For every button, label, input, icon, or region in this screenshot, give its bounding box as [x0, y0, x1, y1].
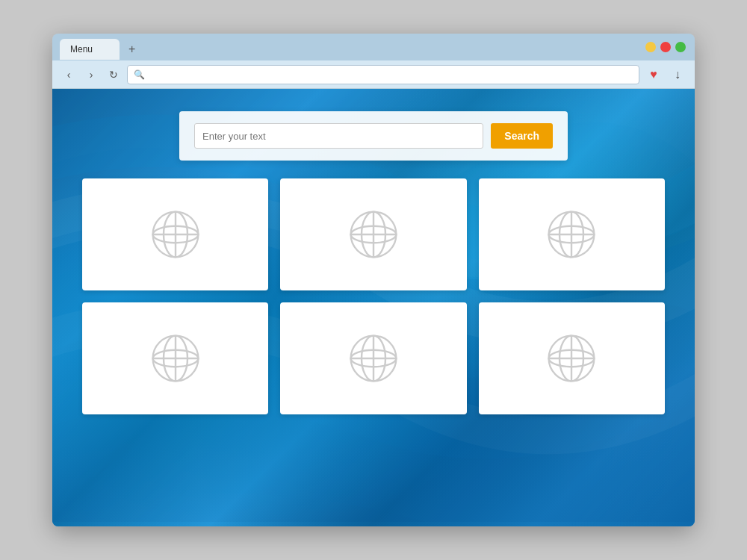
tiles-grid: [82, 178, 665, 414]
globe-icon-3: [542, 205, 601, 264]
globe-icon-5: [344, 329, 403, 388]
tile-4[interactable]: [82, 302, 268, 414]
window-controls: [645, 42, 686, 52]
tile-2[interactable]: [280, 178, 466, 290]
address-bar[interactable]: 🔍: [127, 65, 639, 84]
close-dot[interactable]: [660, 42, 671, 52]
search-input[interactable]: [194, 123, 483, 149]
content-overlay: Search: [52, 89, 695, 526]
address-search-icon: 🔍: [134, 69, 145, 80]
minimize-dot[interactable]: [645, 42, 656, 52]
nav-bar: ‹ › ↻ 🔍 ♥ ↓: [52, 60, 695, 89]
tab-bar: Menu +: [52, 34, 695, 60]
tile-1[interactable]: [82, 178, 268, 290]
globe-icon-1: [146, 205, 205, 264]
new-tab-button[interactable]: +: [123, 42, 141, 57]
browser-content: Search: [52, 89, 695, 526]
address-input[interactable]: [149, 69, 633, 80]
forward-button[interactable]: ›: [82, 66, 100, 84]
browser-window: Menu + ‹ › ↻ 🔍 ♥ ↓: [52, 34, 695, 526]
tab-label: Menu: [70, 44, 93, 55]
search-button[interactable]: Search: [491, 123, 553, 149]
nav-icons-right: ♥ ↓: [644, 65, 687, 84]
globe-icon-6: [542, 329, 601, 388]
back-button[interactable]: ‹: [60, 66, 78, 84]
tile-3[interactable]: [479, 178, 665, 290]
search-container: Search: [179, 111, 568, 161]
browser-tab[interactable]: Menu: [60, 39, 120, 60]
globe-icon-4: [146, 329, 205, 388]
tile-6[interactable]: [479, 302, 665, 414]
heart-button[interactable]: ♥: [644, 65, 663, 84]
globe-icon-2: [344, 205, 403, 264]
tile-5[interactable]: [280, 302, 466, 414]
expand-dot[interactable]: [675, 42, 686, 52]
refresh-button[interactable]: ↻: [105, 66, 123, 84]
download-button[interactable]: ↓: [668, 65, 687, 84]
